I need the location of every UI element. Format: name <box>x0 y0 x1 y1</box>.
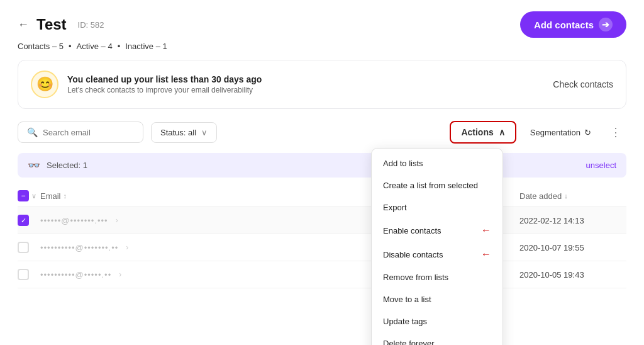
action-update-tags[interactable]: Update tags <box>372 310 502 332</box>
sort-desc-icon: ↓ <box>564 192 568 200</box>
sub-header: Contacts – 5 • Active – 4 • Inactive – 1 <box>0 38 644 60</box>
add-contacts-label: Add contacts <box>534 20 594 30</box>
table-row: ••••••••••@•••••••.•• › Active 2020-10-0… <box>18 234 626 261</box>
add-icon: ➔ <box>599 18 613 31</box>
row3-check-col <box>18 269 40 280</box>
actions-dropdown: Add to lists Create a list from selected… <box>371 148 503 345</box>
action-export[interactable]: Export <box>372 196 502 218</box>
arrow-icon-2: ← <box>481 249 491 260</box>
add-contacts-button[interactable]: Add contacts ➔ <box>520 11 626 38</box>
table-header: − ∨ Email ↕ Status Date added ↓ <box>18 185 626 207</box>
row2-expand-icon[interactable]: › <box>126 243 128 252</box>
row2-date: 2020-10-07 19:55 <box>519 243 584 252</box>
banner-title: You cleaned up your list less than 30 da… <box>67 74 262 84</box>
back-button[interactable]: ← <box>18 18 29 31</box>
chevron-col-icon: ∨ <box>31 192 36 200</box>
action-move-to-list[interactable]: Move to a list <box>372 288 502 310</box>
table-row: ••••••••••@•••••.•• › Active 2020-10-05 … <box>18 261 626 288</box>
search-input[interactable] <box>43 128 131 137</box>
banner-text: You cleaned up your list less than 30 da… <box>67 74 262 94</box>
segmentation-label: Segmentation <box>530 128 580 137</box>
toolbar: 🔍 Status: all ∨ Actions ∧ Segmentation ↻… <box>0 120 644 144</box>
arrow-icon: ← <box>481 225 491 236</box>
action-delete-forever[interactable]: Delete forever <box>372 332 502 345</box>
row1-date-col: 2022-02-12 14:13 <box>519 216 626 225</box>
row1-email: ••••••@•••••••.••• <box>40 216 108 225</box>
action-remove-from-lists[interactable]: Remove from lists <box>372 266 502 288</box>
row3-checkbox[interactable] <box>18 269 29 280</box>
row3-date-col: 2020-10-05 19:43 <box>519 270 626 280</box>
actions-label: Actions <box>461 127 493 137</box>
row3-email: ••••••••••@•••••.•• <box>40 270 111 280</box>
header: ← Test ID: 582 Add contacts ➔ <box>0 0 644 38</box>
unselect-button[interactable]: unselect <box>586 161 616 170</box>
action-create-list[interactable]: Create a list from selected <box>372 174 502 196</box>
banner: 😊 You cleaned up your list less than 30 … <box>18 60 626 109</box>
page: ← Test ID: 582 Add contacts ➔ Contacts –… <box>0 0 644 345</box>
banner-subtitle: Let's check contacts to improve your ema… <box>67 86 262 94</box>
action-add-to-lists[interactable]: Add to lists <box>372 152 502 174</box>
row1-check-col: ✓ <box>18 215 40 226</box>
search-icon: 🔍 <box>27 127 38 137</box>
action-disable-contacts[interactable]: Disable contacts ← <box>372 242 502 266</box>
actions-button[interactable]: Actions ∧ <box>450 121 516 144</box>
page-id: ID: 582 <box>78 20 104 30</box>
page-title: Test <box>36 16 67 33</box>
banner-emoji: 😊 <box>31 71 58 98</box>
status-label: Status: all <box>160 128 196 137</box>
row2-email: ••••••••••@•••••••.•• <box>40 243 118 252</box>
chevron-down-icon: ∨ <box>201 128 208 137</box>
inactive-count: Inactive – 1 <box>125 42 167 51</box>
header-date: Date added ↓ <box>519 191 626 201</box>
header-left: ← Test ID: 582 <box>18 16 104 33</box>
active-count: Active – 4 <box>77 42 113 51</box>
email-header-label: Email <box>40 191 61 201</box>
toolbar-wrapper: 🔍 Status: all ∨ Actions ∧ Segmentation ↻… <box>0 120 644 144</box>
table-row: ✓ ••••••@•••••••.••• › Active 2022-02-12… <box>18 207 626 234</box>
search-box[interactable]: 🔍 <box>18 122 143 143</box>
glasses-icon: 👓 <box>28 159 40 171</box>
row2-checkbox[interactable] <box>18 242 29 253</box>
row1-checkbox[interactable]: ✓ <box>18 215 29 226</box>
banner-left: 😊 You cleaned up your list less than 30 … <box>31 71 262 98</box>
contacts-count: Contacts – 5 <box>18 42 64 51</box>
row2-check-col <box>18 242 40 253</box>
row3-date: 2020-10-05 19:43 <box>519 270 584 280</box>
date-header-label: Date added <box>519 191 562 201</box>
chevron-up-icon: ∧ <box>499 127 505 137</box>
check-contacts-button[interactable]: Check contacts <box>553 79 613 89</box>
row2-date-col: 2020-10-07 19:55 <box>519 243 626 252</box>
selected-bar-left: 👓 Selected: 1 <box>28 159 87 171</box>
selected-count: Selected: 1 <box>47 161 87 170</box>
action-enable-contacts[interactable]: Enable contacts ← <box>372 218 502 242</box>
refresh-icon: ↻ <box>584 128 591 137</box>
segmentation-button[interactable]: Segmentation ↻ <box>524 123 597 142</box>
header-check-col: − ∨ <box>18 190 40 201</box>
select-all-checkbox[interactable]: − <box>18 190 29 201</box>
row1-expand-icon[interactable]: › <box>116 216 118 225</box>
contacts-table: − ∨ Email ↕ Status Date added ↓ ✓ ••••••… <box>18 185 626 288</box>
selected-bar: 👓 Selected: 1 unselect <box>18 153 626 178</box>
more-options-button[interactable]: ⋮ <box>605 120 626 144</box>
row1-date: 2022-02-12 14:13 <box>519 216 584 225</box>
row3-expand-icon[interactable]: › <box>119 270 121 279</box>
sort-icon: ↕ <box>64 192 67 200</box>
status-dropdown[interactable]: Status: all ∨ <box>151 122 217 143</box>
